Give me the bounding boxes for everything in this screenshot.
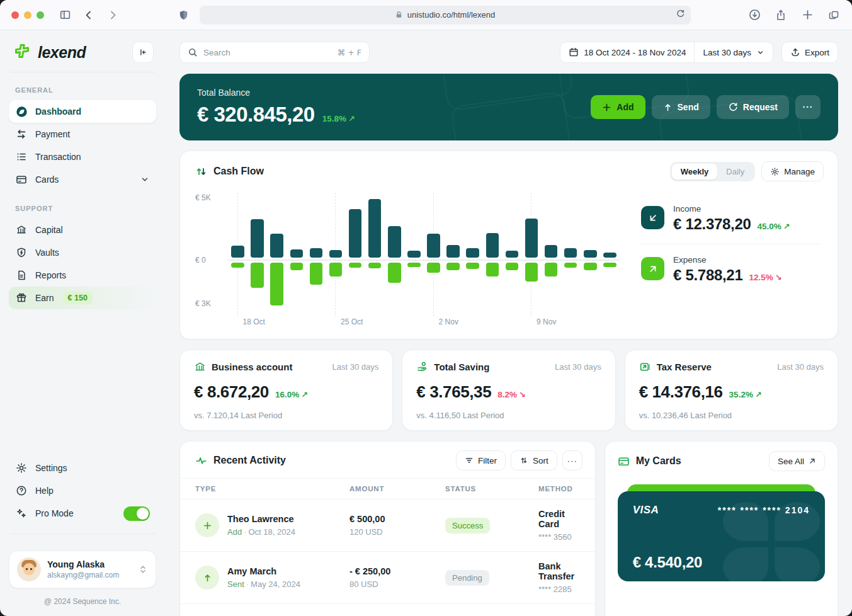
collapse-sidebar-button[interactable] — [132, 42, 154, 63]
amount-usd: 120 USD — [349, 527, 445, 537]
chart-bar-group — [482, 197, 502, 311]
total-balance-card: Total Balance € 320.845,20 15.8%↗ Add Se… — [179, 74, 838, 140]
export-button[interactable]: Export — [781, 42, 838, 63]
tab-weekly[interactable]: Weekly — [672, 164, 718, 180]
sidebar-item-dashboard[interactable]: Dashboard — [9, 100, 156, 123]
tax-reserve-card: Tax Reserve Last 30 days € 14.376,16 35.… — [625, 350, 838, 431]
browser-toolbar: unistudio.co/html/lexend — [0, 0, 852, 30]
filter-button[interactable]: Filter — [456, 450, 506, 471]
activity-row[interactable]: Amy March Sent·May 24, 2024 - € 250,00 8… — [180, 552, 595, 604]
browser-sidebar-icon[interactable] — [58, 8, 72, 22]
chart-bar-group — [424, 197, 443, 311]
sparkles-icon — [15, 507, 28, 520]
traffic-lights — [11, 11, 44, 19]
send-button[interactable]: Send — [652, 95, 710, 119]
chart-bar-group — [542, 197, 561, 311]
request-button[interactable]: Request — [717, 95, 789, 119]
sidebar-item-vaults[interactable]: Vaults — [9, 241, 156, 264]
add-button[interactable]: Add — [591, 95, 645, 119]
chart-bar-group — [247, 197, 267, 311]
date-range-picker[interactable]: 18 Oct 2024 - 18 Nov 2024 — [560, 47, 694, 57]
refresh-icon[interactable] — [676, 9, 685, 18]
divider — [10, 533, 155, 534]
section-label-support: SUPPORT — [9, 200, 156, 219]
chart-bar-group — [600, 197, 620, 311]
income-bar — [290, 249, 304, 258]
sidebar-item-cards[interactable]: Cards — [9, 168, 156, 191]
share-icon[interactable] — [774, 8, 788, 22]
lexend-logo-icon — [13, 43, 31, 62]
my-cards-card: My Cards See All VI — [605, 441, 838, 616]
browser-window: unistudio.co/html/lexend — [0, 0, 852, 616]
card-stack[interactable]: VISA **** **** **** 2104 € 4.540,20 — [618, 491, 825, 581]
address-bar[interactable]: unistudio.co/html/lexend — [200, 6, 691, 25]
manage-button[interactable]: Manage — [761, 161, 824, 181]
expense-bar — [427, 263, 440, 273]
cashflow-plot: 18 Oct25 Oct2 Nov9 Nov — [228, 197, 620, 311]
divider — [10, 72, 155, 72]
chart-x-label: 2 Nov — [439, 317, 458, 326]
chart-bar-group — [228, 197, 247, 311]
cash-flow-chart: € 5K € 0 € 3K 18 Oct25 Oct2 Nov9 Nov — [180, 188, 630, 339]
sidebar-item-pro-mode[interactable]: Pro Mode — [9, 502, 156, 525]
downloads-icon[interactable] — [747, 8, 761, 22]
activity-more-button[interactable]: ··· — [562, 450, 582, 471]
sidebar-item-help[interactable]: Help — [9, 479, 156, 502]
income-bar — [407, 251, 421, 258]
dashboard-icon — [15, 105, 28, 118]
capital-icon — [15, 224, 28, 236]
forward-icon[interactable] — [106, 8, 120, 22]
search-box[interactable]: ⌘ + F — [179, 42, 370, 63]
expense-bar — [251, 263, 264, 288]
sidebar-item-transaction[interactable]: Transaction — [9, 145, 156, 168]
arrow-up-right-icon — [809, 457, 816, 465]
sent-transaction-icon — [195, 566, 219, 590]
search-input[interactable] — [203, 48, 332, 57]
income-bar — [506, 251, 519, 258]
sidebar-item-earn[interactable]: Earn € 150 — [9, 287, 156, 309]
help-icon — [15, 484, 28, 497]
income-bar — [525, 219, 538, 258]
chart-x-label: 25 Oct — [341, 317, 363, 326]
stat-title: Business account — [212, 362, 292, 372]
sidebar-item-label: Vaults — [35, 248, 59, 258]
income-bar — [388, 226, 401, 258]
sidebar-item-capital[interactable]: Capital — [9, 219, 156, 241]
expense-bar — [329, 263, 343, 277]
minimize-window-button[interactable] — [24, 11, 31, 19]
zoom-window-button[interactable] — [37, 11, 44, 19]
tab-daily[interactable]: Daily — [717, 164, 753, 180]
expense-bar — [545, 263, 558, 277]
balance-change: 15.8%↗ — [322, 114, 355, 123]
income-expense-panel: Income € 12.378,20 45.0%↗ — [630, 188, 838, 339]
sidebar-item-settings[interactable]: Settings — [9, 457, 156, 479]
sort-button[interactable]: Sort — [511, 450, 557, 471]
close-window-button[interactable] — [11, 11, 19, 19]
sidebar-item-label: Help — [35, 486, 54, 496]
income-label: Income — [673, 204, 790, 214]
balance-more-button[interactable]: ··· — [795, 95, 821, 119]
total-saving-card: Total Saving Last 30 days € 3.765,35 8.2… — [402, 350, 615, 431]
expense-bar — [290, 263, 304, 270]
sidebar: lexend GENERAL Dashboard Payment — [0, 30, 165, 616]
sidebar-item-label: Pro Mode — [35, 508, 74, 518]
period-dropdown[interactable]: Last 30 days — [695, 48, 773, 57]
see-all-button[interactable]: See All — [769, 451, 825, 471]
user-menu[interactable]: Young Alaska alskayng@gmail.com — [9, 550, 156, 588]
method-last-digits: **** 3560 — [538, 532, 580, 542]
sidebar-item-payment[interactable]: Payment — [9, 123, 156, 145]
stat-period: Last 30 days — [777, 362, 824, 372]
amount: € 500,00 — [349, 514, 445, 524]
activity-row[interactable]: Theo Lawrence Add·Oct 18, 2024 € 500,00 … — [180, 499, 595, 552]
chart-bar-group — [326, 197, 345, 311]
income-bar — [564, 248, 577, 258]
sidebar-item-reports[interactable]: Reports — [9, 264, 156, 287]
shield-icon[interactable] — [177, 8, 191, 22]
copyright: @ 2024 Sequence Inc. — [9, 588, 156, 607]
payment-icon — [15, 128, 28, 140]
main-content: ⌘ + F 18 Oct 2024 - 18 Nov 2024 Last 30 … — [165, 30, 852, 616]
new-tab-icon[interactable] — [800, 8, 814, 22]
pro-mode-toggle[interactable] — [123, 506, 150, 521]
tab-overview-icon[interactable] — [827, 8, 841, 22]
back-icon[interactable] — [82, 8, 96, 22]
